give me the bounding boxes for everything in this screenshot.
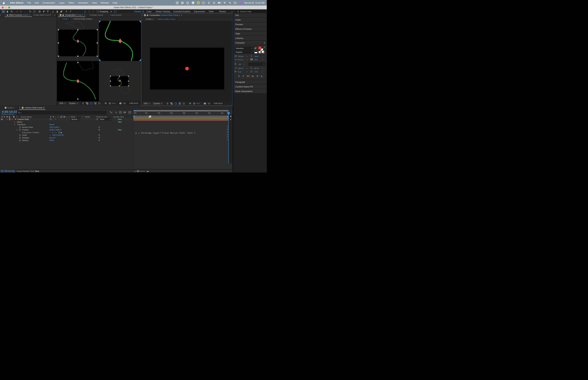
siri-icon[interactable] [239,1,242,4]
layer-label-swatch[interactable] [9,118,10,120]
opacity-row[interactable]: Opacity 100% @ [0,139,133,142]
timeline-horizontal-scrollbar[interactable] [134,110,228,112]
property-pickwhip-icon[interactable]: @ [98,129,100,131]
panel-tab-character[interactable]: Character ≡ [233,41,267,45]
breadcrumb-comp1[interactable]: Comp 1 [61,18,70,20]
window-close-button[interactable] [2,6,4,8]
horizontal-scale-value[interactable]: 80 % [255,67,259,69]
show-snapshot-icon[interactable] [207,102,211,105]
masks-group-row[interactable]: ▸ Masks 0ms [0,121,133,123]
font-style-dropdown[interactable]: Regular▾ [235,50,253,54]
blend-mode-dropdown[interactable]: Normal▾ [71,118,80,120]
shy-switch-icon[interactable] [50,118,52,120]
view-axis-mode[interactable] [91,10,95,13]
vertical-scale-value[interactable]: 100 % [238,67,243,69]
anchor-point-row[interactable]: Anchor Point 100.0,100.0 @ [0,126,133,129]
roto-brush-tool[interactable] [64,10,69,13]
comp-marker-6[interactable]: 6 [148,115,152,118]
parent-pickwhip-icon[interactable]: @ [96,118,98,120]
composition-tab[interactable]: Composition Comp 1 [65,14,83,16]
layer-tab[interactable]: Layer (none) [110,14,121,16]
panel-tab-content-aware-fill[interactable]: Content-Aware Fill [233,85,267,89]
expression-language-icon[interactable]: ▶ [61,132,62,134]
dropbox-icon[interactable] [181,1,184,4]
menu-view[interactable]: View [90,1,99,4]
motion-blur-toggle[interactable] [4,170,7,172]
source-name-column-header[interactable]: Source Name [21,116,32,118]
time-ruler[interactable]: 0:00s 02s 04s 06s 08s 10s 12s 14s [133,112,232,115]
panel-menu-icon[interactable]: ≡ [44,107,45,109]
superscript-button[interactable]: T¹ [257,75,259,77]
wifi-icon[interactable] [223,1,226,4]
workspace-tab-motion-tracking[interactable]: Motion Tracking [156,10,170,13]
position-value[interactable]: 1920.0,1080.0 [49,129,61,131]
property-pickwhip-icon[interactable]: @ [98,139,100,141]
grid-guides-icon[interactable] [97,102,101,105]
character-menu-icon[interactable]: ≡ [264,42,265,44]
comp1-viewer[interactable] [57,21,141,101]
control-center-icon[interactable] [234,1,237,4]
property-pickwhip-icon[interactable]: @ [98,126,100,128]
battery-icon[interactable] [218,1,221,4]
workspace-tab-review[interactable]: Review [219,10,226,13]
clipped-project-tab[interactable]: t [0,14,1,16]
stopwatch-icon[interactable] [19,137,21,139]
snapping-checkbox[interactable] [97,11,99,12]
transform-label[interactable]: Transform [17,123,25,126]
zoom-tool[interactable] [10,10,14,13]
zoom-out-mountain-icon[interactable] [134,171,136,172]
layer-duration-bar[interactable] [133,118,228,121]
window-zoom-button[interactable] [8,6,10,8]
constrain-proportions-icon[interactable]: ∞ [49,134,51,136]
menu-after-effects[interactable]: After Effects [8,1,25,4]
tsume-caret[interactable]: ▾ [262,71,263,73]
resolution-dropdown[interactable]: Quarter▾ [68,102,79,105]
close-tab-icon[interactable]: × [19,107,20,109]
dolly-camera-tool[interactable]: ↓ [23,10,27,13]
viewer-timecode[interactable]: 0:00:14:23 [212,102,224,105]
fill-color-swatch[interactable] [258,46,262,50]
baseline-shift-value[interactable]: 0 px [238,71,241,73]
scrollbar-left-cap[interactable] [133,110,135,112]
menu-edit[interactable]: Edit [33,1,40,4]
masks-label[interactable]: Masks [17,121,22,123]
small-caps-button[interactable]: Tт [251,75,254,77]
opacity-label[interactable]: Opacity [22,139,28,141]
snap-options-icon[interactable] [109,10,113,13]
hand-tool[interactable] [5,10,10,13]
panel-tab-libraries[interactable]: Libraries [233,36,267,40]
spotlight-icon[interactable] [228,1,231,4]
tab-overflow-icon[interactable]: » [54,14,55,16]
mask-visibility-icon[interactable] [174,102,177,105]
close-tab-icon[interactable]: × [58,14,59,16]
menu-bar-clock[interactable]: Sat Jul 23 11:42 AM [244,1,265,4]
stroke-width-caret[interactable]: ▾ [244,63,244,65]
tracking-value[interactable]: 272 [255,59,258,61]
kerning-caret[interactable]: ▾ [247,59,247,60]
graph-editor-icon[interactable] [129,111,131,114]
property-pickwhip-icon[interactable]: @ [98,134,100,136]
trkmat-column-header[interactable]: TrkMat [85,116,90,118]
brush-tool[interactable] [51,10,55,13]
leading-value[interactable]: Auto [255,55,258,57]
g-circle-icon[interactable]: G [191,1,194,4]
stroke-width-value[interactable]: - px [238,63,241,65]
exposure-value[interactable]: +0.0 [196,102,200,104]
stroke-style-dropdown[interactable]: ▾ [248,62,266,66]
transform-group-row[interactable]: ▾ Transform Reset [0,123,133,126]
layer-row-camera-dolly[interactable]: ▾ 1 Camera Dolly ⟋ Normal▾ @ None▾ 0ms [0,118,133,121]
swap-fill-stroke-icon[interactable]: ⇄ [264,46,265,48]
all-caps-button[interactable]: TT [247,75,250,77]
effect-controls-tab[interactable]: Effect Controls (none) [9,14,28,16]
eye-icon[interactable] [1,118,3,120]
workspace-tab-expressions[interactable]: Expressions [194,10,205,13]
channels-icon[interactable] [104,102,108,105]
menu-layer[interactable]: Layer [57,1,67,4]
timeline-tab-camera-dolly[interactable]: Camera Dolly Comp 1 [25,107,44,109]
menu-effect[interactable]: Effect [67,1,76,4]
opacity-value[interactable]: 100% [49,139,54,141]
rotation-tool[interactable]: ↻ [28,10,32,13]
draft-speed-icon[interactable] [12,170,15,172]
keyboard-icon[interactable] [202,1,205,4]
pen-tool[interactable] [42,10,46,13]
